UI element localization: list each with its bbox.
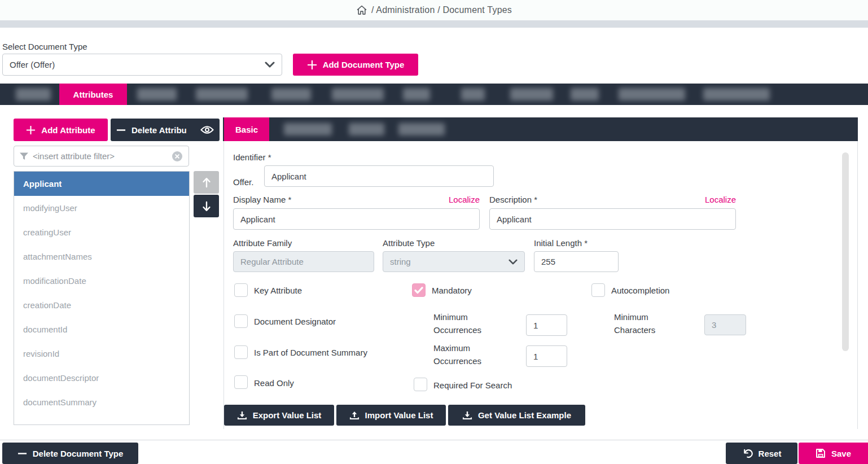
funnel-icon: [20, 152, 28, 160]
redacted-tab[interactable]: [461, 88, 485, 100]
redacted-tab[interactable]: [349, 123, 384, 135]
maximum-occurrences-input-wrap: [526, 345, 567, 367]
delete-document-type-button[interactable]: Delete Document Type: [2, 443, 138, 464]
add-document-type-button[interactable]: Add Document Type: [293, 54, 418, 76]
description-label: Description *: [489, 195, 537, 204]
redacted-tab[interactable]: [398, 123, 445, 135]
add-attribute-button[interactable]: Add Attribute: [14, 119, 108, 141]
redacted-tab[interactable]: [703, 88, 770, 100]
attribute-list-item[interactable]: creatingUser: [14, 220, 189, 244]
tab-attributes[interactable]: Attributes: [59, 84, 127, 105]
attribute-list-item[interactable]: documentSummary: [14, 390, 189, 414]
form-panel-right-border: [857, 141, 858, 429]
attribute-basic-form: Identifier * Offer. Display Name * Local…: [224, 141, 857, 392]
display-name-label: Display Name *: [233, 195, 291, 204]
minus-icon: [116, 125, 126, 135]
document-type-select[interactable]: Offer (Offer): [2, 54, 282, 76]
reset-button[interactable]: Reset: [726, 443, 797, 464]
minimum-occurrences-input-wrap: [526, 314, 567, 336]
header-divider-strip: [0, 20, 868, 28]
display-name-localize-link[interactable]: Localize: [449, 195, 480, 204]
download-icon: [462, 411, 472, 420]
is-part-of-document-summary-checkbox[interactable]: [234, 345, 248, 359]
read-only-label: Read Only: [254, 378, 294, 388]
attribute-type-label: Attribute Type: [383, 238, 435, 248]
delete-attribute-button[interactable]: Delete Attribu: [111, 119, 220, 141]
read-only-checkbox[interactable]: [234, 375, 248, 389]
display-name-input-wrap: [233, 208, 480, 230]
footer-divider: [0, 440, 868, 440]
autocompletion-checkbox[interactable]: [591, 283, 605, 297]
attribute-list-item[interactable]: Applicant: [14, 172, 189, 196]
attribute-list: Applicant modifyingUser creatingUser att…: [14, 171, 190, 425]
attribute-family-label: Attribute Family: [233, 238, 292, 248]
description-label-row: Description * Localize: [489, 195, 736, 204]
maximum-occurrences-label: Maximum Occurrences: [433, 342, 481, 367]
attribute-type-select[interactable]: string: [383, 251, 525, 272]
save-button[interactable]: Save: [799, 443, 868, 464]
check-icon: [414, 287, 423, 294]
is-part-of-document-summary-label: Is Part of Document Summary: [254, 348, 367, 357]
breadcrumb-path: / Administration / Document Types: [371, 5, 512, 15]
redacted-tab[interactable]: [137, 88, 177, 100]
circle-x-icon[interactable]: [172, 151, 183, 162]
redacted-tab[interactable]: [16, 88, 51, 100]
attribute-filter-box: [14, 146, 189, 167]
attribute-list-item[interactable]: creationDate: [14, 293, 189, 317]
attribute-list-item[interactable]: documentId: [14, 317, 189, 342]
redacted-tab[interactable]: [196, 88, 248, 100]
identifier-input[interactable]: [271, 172, 486, 181]
mandatory-checkbox[interactable]: [412, 283, 426, 297]
initial-length-input-wrap: [534, 251, 619, 272]
minimum-occurrences-input[interactable]: [533, 321, 560, 330]
plus-icon: [26, 125, 36, 135]
import-value-list-button[interactable]: Import Value List: [336, 405, 446, 426]
arrow-up-icon: [202, 177, 211, 188]
undo-icon: [742, 448, 753, 458]
download-icon: [237, 411, 247, 420]
plus-icon: [307, 60, 317, 70]
redacted-tab[interactable]: [571, 88, 599, 100]
description-localize-link[interactable]: Localize: [705, 195, 736, 204]
required-for-search-label: Required For Search: [433, 380, 512, 390]
attribute-list-item[interactable]: revisionId: [14, 342, 189, 366]
attribute-filter-input[interactable]: [33, 151, 167, 161]
key-attribute-checkbox[interactable]: [234, 283, 248, 297]
required-for-search-checkbox[interactable]: [414, 378, 427, 391]
attribute-list-item[interactable]: documentDescriptor: [14, 366, 189, 390]
minimum-characters-field: 3: [704, 314, 746, 335]
eye-icon[interactable]: [200, 125, 214, 134]
key-attribute-label: Key Attribute: [254, 286, 302, 295]
select-document-type-label: Select Document Type: [2, 42, 87, 51]
home-icon[interactable]: [356, 5, 367, 16]
document-type-selected-value: Offer (Offer): [10, 60, 55, 69]
tab-basic[interactable]: Basic: [224, 117, 269, 141]
redacted-tab[interactable]: [271, 88, 311, 100]
redacted-tab[interactable]: [284, 123, 332, 135]
redacted-tab[interactable]: [510, 88, 553, 100]
attribute-list-item[interactable]: modificationDate: [14, 269, 189, 293]
autocompletion-label: Autocompletion: [611, 286, 669, 295]
upload-icon: [349, 411, 360, 420]
breadcrumb: / Administration / Document Types: [0, 0, 868, 20]
get-value-list-example-button[interactable]: Get Value List Example: [448, 405, 585, 426]
document-designator-checkbox[interactable]: [234, 314, 248, 328]
attribute-list-item[interactable]: attachmentNames: [14, 244, 189, 269]
display-name-input[interactable]: [240, 215, 472, 224]
export-value-list-button[interactable]: Export Value List: [224, 405, 334, 426]
initial-length-label: Initial Length *: [534, 238, 588, 248]
detail-tab-bar: Basic: [223, 117, 858, 141]
redacted-tab[interactable]: [619, 88, 685, 100]
move-attribute-down-button[interactable]: [194, 195, 219, 217]
document-types-admin-page: / Administration / Document Types Select…: [0, 0, 868, 464]
description-input[interactable]: [497, 215, 729, 224]
attribute-list-item[interactable]: modifyingUser: [14, 196, 189, 220]
maximum-occurrences-input[interactable]: [533, 352, 560, 361]
move-attribute-up-button[interactable]: [194, 171, 219, 194]
identifier-input-wrap: [264, 165, 494, 187]
initial-length-input[interactable]: [541, 257, 611, 266]
redacted-tab[interactable]: [403, 88, 430, 100]
redacted-tab[interactable]: [332, 88, 384, 100]
minimum-characters-label: Minimum Characters: [614, 310, 655, 336]
identifier-prefix: Offer.: [233, 171, 253, 192]
